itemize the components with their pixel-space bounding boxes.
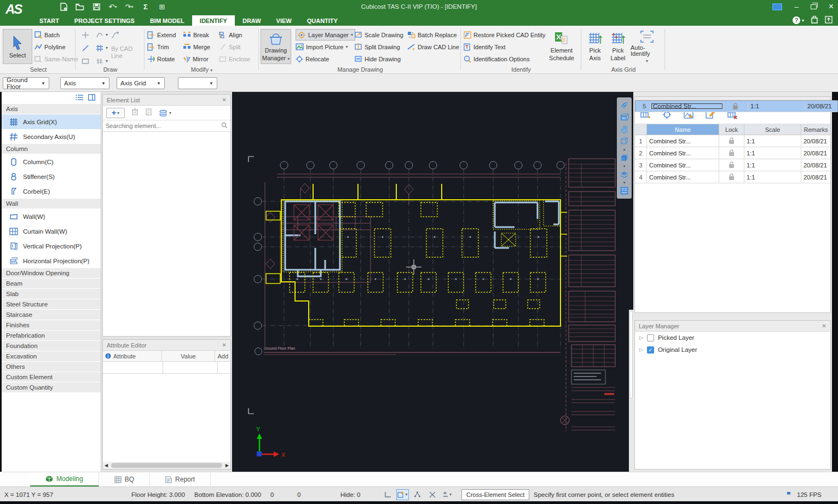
enclose-button[interactable]: Enclose bbox=[219, 53, 250, 65]
sum-icon[interactable]: Σ bbox=[141, 2, 150, 11]
tree-section-axis[interactable]: Axis bbox=[2, 104, 101, 114]
feedback-icon[interactable] bbox=[772, 3, 782, 10]
tree-section-excavation[interactable]: Excavation bbox=[2, 351, 101, 362]
save-icon[interactable] bbox=[92, 2, 101, 11]
tree-item-column[interactable]: Column(C) bbox=[2, 154, 101, 169]
break-button[interactable]: Break bbox=[183, 29, 210, 40]
node-snap-button[interactable] bbox=[411, 489, 424, 500]
draw-line-button[interactable] bbox=[82, 42, 89, 54]
draw-grid-button[interactable]: ▾ bbox=[96, 42, 108, 54]
view-3d-icon[interactable]: 3D bbox=[619, 112, 629, 123]
tab-identify[interactable]: IDENTIFY bbox=[192, 15, 235, 26]
element-list-close-icon[interactable]: ✕ bbox=[222, 97, 227, 103]
search-icon[interactable] bbox=[221, 121, 228, 131]
drawing-row-3[interactable]: 3 Combined Str... 1:1 20/08/21 bbox=[635, 159, 830, 171]
window-layout-icon[interactable]: ⊞ bbox=[158, 2, 166, 11]
delete-element-icon[interactable] bbox=[131, 108, 138, 118]
tree-item-wall[interactable]: Wall(W) bbox=[2, 209, 101, 224]
pick-label-button[interactable]: Pick Label bbox=[606, 29, 630, 64]
shade-dropdown-icon[interactable]: ▾ bbox=[623, 165, 626, 167]
tree-section-wall[interactable]: Wall bbox=[2, 199, 101, 209]
element-type-select[interactable]: Axis Grid▼ bbox=[117, 77, 165, 89]
tab-bim-model[interactable]: BIM MODEL bbox=[142, 15, 192, 26]
layer-dropdown-icon[interactable]: ▾ bbox=[623, 181, 626, 184]
draw-arc-button[interactable]: ▾ bbox=[96, 29, 108, 40]
dm-col-name[interactable]: Name bbox=[647, 124, 719, 135]
wireframe-view-icon[interactable] bbox=[619, 136, 629, 147]
tab-start[interactable]: START bbox=[32, 15, 67, 26]
same-name-button[interactable]: Same-Name bbox=[34, 53, 78, 65]
pick-axis-button[interactable]: Pick Axis bbox=[583, 29, 607, 64]
hide-drawing-button[interactable]: Hide Drawing bbox=[355, 53, 403, 65]
solid-view-icon[interactable] bbox=[619, 153, 629, 163]
align-button[interactable]: Align bbox=[219, 29, 250, 40]
tab-bq[interactable]: BQ bbox=[99, 472, 150, 486]
identification-options-button[interactable]: Identification Options bbox=[464, 53, 545, 65]
scroll-left-icon[interactable]: ◀ bbox=[103, 463, 109, 468]
list-view-icon[interactable] bbox=[76, 93, 84, 103]
tree-section-custom-element[interactable]: Custom Element bbox=[2, 372, 101, 383]
tree-section-custom-quantity[interactable]: Custom Quantity bbox=[2, 383, 101, 393]
detail-view-icon[interactable] bbox=[619, 186, 629, 196]
tab-project-settings[interactable]: PROJECT SETTINGS bbox=[67, 15, 142, 26]
canvas-vscroll-thumb[interactable] bbox=[629, 311, 633, 398]
open-file-icon[interactable] bbox=[76, 2, 84, 11]
canvas-vscrollbar[interactable] bbox=[629, 310, 633, 472]
identify-text-button[interactable]: Identify Text bbox=[464, 41, 545, 53]
mirror-button[interactable]: Mirror bbox=[183, 53, 210, 65]
tab-quantity[interactable]: QUANTITY bbox=[299, 15, 345, 26]
merge-button[interactable]: Merge bbox=[183, 41, 210, 53]
collapse-ribbon-icon[interactable] bbox=[825, 16, 833, 25]
tree-section-steel-structure[interactable]: Steel Structure bbox=[2, 299, 101, 310]
view-dropdown-icon[interactable]: ▾ bbox=[623, 148, 626, 151]
attribute-empty-row[interactable] bbox=[103, 362, 230, 374]
cross-snap-button[interactable] bbox=[426, 489, 438, 500]
layer-filter-button[interactable]: ▾ bbox=[159, 109, 171, 117]
help-button[interactable]: ?▾ bbox=[793, 16, 804, 24]
tab-modeling[interactable]: Modeling bbox=[30, 472, 99, 486]
tree-section-door-window[interactable]: Door/Window Opening bbox=[2, 268, 101, 279]
cross-element-select-button[interactable]: Cross-Element Select bbox=[461, 489, 529, 500]
restore-button[interactable] bbox=[811, 4, 817, 9]
tree-section-foundation[interactable]: Foundation bbox=[2, 341, 101, 351]
store-icon[interactable] bbox=[811, 16, 818, 25]
copy-element-icon[interactable] bbox=[145, 108, 152, 118]
tree-item-stiffener[interactable]: Stiffener(S) bbox=[2, 169, 101, 184]
draw-cad-line-button[interactable]: Draw CAD Line bbox=[407, 41, 459, 53]
cad-canvas[interactable]: Ground Floor Plan Y X 3D ▾ ▾ ▾ bbox=[232, 92, 633, 472]
batch-replace-button[interactable]: Batch Replace bbox=[407, 29, 459, 40]
pan-icon[interactable] bbox=[619, 124, 629, 135]
new-file-icon[interactable] bbox=[59, 2, 68, 11]
tree-item-corbel[interactable]: Corbel(E) bbox=[2, 184, 101, 199]
extra-select[interactable]: ▼ bbox=[178, 77, 217, 89]
element-schedule-button[interactable]: Element Schedule bbox=[545, 29, 579, 64]
tree-section-column[interactable]: Column bbox=[2, 144, 101, 154]
layer-manager-close-icon[interactable]: ✕ bbox=[822, 323, 827, 329]
restore-picked-button[interactable]: Restore Picked CAD Entity bbox=[464, 29, 545, 40]
rotate-button[interactable]: Rotate bbox=[147, 53, 176, 65]
tree-section-prefabrication[interactable]: Prefabrication bbox=[2, 331, 101, 341]
picked-layer-checkbox[interactable] bbox=[647, 334, 654, 341]
draw-point-button[interactable] bbox=[82, 29, 89, 40]
tree-section-slab[interactable]: Slab bbox=[2, 289, 101, 299]
drawing-row-5-selected[interactable]: 5 Combined Str... 1:1 20/08/21 bbox=[635, 100, 838, 112]
tree-section-others[interactable]: Others bbox=[2, 362, 101, 372]
split-drawing-button[interactable]: Split Drawing bbox=[355, 41, 403, 53]
tab-view[interactable]: VIEW bbox=[269, 15, 299, 26]
tab-draw[interactable]: DRAW bbox=[235, 15, 269, 26]
expand-triangle-icon[interactable]: ▷ bbox=[639, 347, 643, 352]
ortho-mode-button[interactable] bbox=[382, 489, 394, 500]
attribute-editor-close-icon[interactable]: ✕ bbox=[222, 342, 227, 348]
tab-report[interactable]: Report bbox=[150, 472, 211, 486]
layer-manager-button[interactable]: Layer Manager▾ bbox=[296, 29, 355, 40]
undo-icon[interactable]: ↶▾ bbox=[108, 2, 117, 11]
draw-spline-button[interactable] bbox=[111, 29, 136, 40]
category-select[interactable]: Axis▼ bbox=[60, 77, 109, 89]
dynamic-view-icon[interactable] bbox=[619, 100, 629, 111]
redo-icon[interactable]: ↷▾ bbox=[125, 2, 134, 11]
dm-col-remarks[interactable]: Remarks bbox=[801, 124, 830, 135]
import-picture-button[interactable]: Import Picture▾ bbox=[296, 41, 355, 53]
panel-view-icon[interactable] bbox=[88, 93, 95, 103]
relocate-button[interactable]: Relocate bbox=[296, 53, 355, 65]
close-button[interactable]: × bbox=[829, 2, 834, 11]
